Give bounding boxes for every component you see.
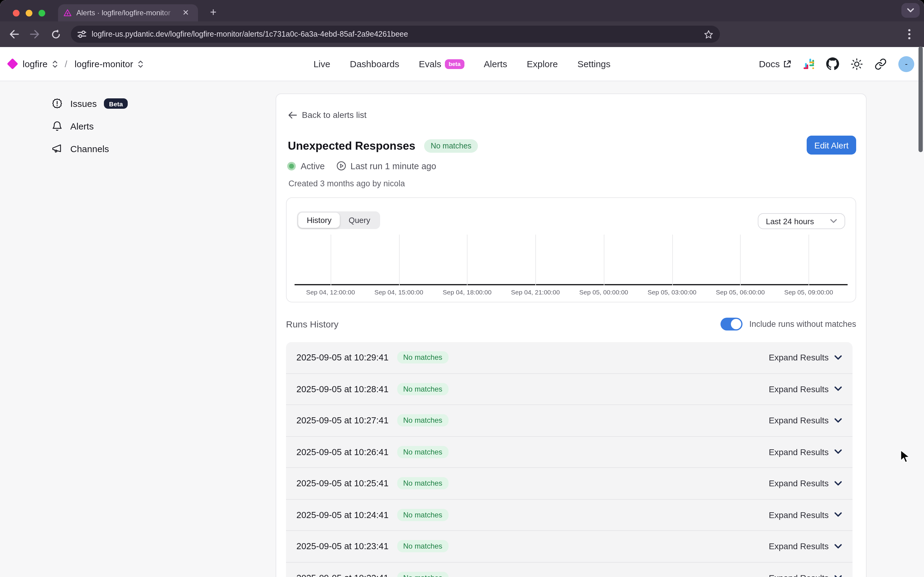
run-timestamp: 2025-09-05 at 10:24:41: [297, 510, 389, 520]
site-settings-icon[interactable]: [77, 30, 87, 39]
run-match-badge: No matches: [397, 446, 448, 458]
nav-item-live[interactable]: Live: [313, 59, 330, 69]
include-runs-toggle-label: Include runs without matches: [749, 319, 856, 329]
time-range-select[interactable]: Last 24 hours: [758, 213, 845, 229]
chevron-down-icon: [834, 512, 842, 518]
tab-history[interactable]: History: [298, 213, 340, 228]
slack-icon[interactable]: [803, 58, 814, 69]
run-match-badge: No matches: [397, 414, 448, 427]
browser-window: Alerts · logfire/logfire-monitor ✕ + log…: [0, 0, 924, 577]
sidebar-item-label: Channels: [70, 143, 109, 154]
chart-x-tick-label: Sep 04, 21:00:00: [511, 288, 560, 296]
tab-close-icon[interactable]: ✕: [180, 7, 191, 18]
tab-title: Alerts · logfire/logfire-monitor: [76, 8, 179, 17]
run-timestamp: 2025-09-05 at 10:25:41: [297, 479, 389, 488]
sidebar-item-issues[interactable]: Issues Beta: [51, 98, 128, 110]
browser-menu-button[interactable]: [902, 29, 917, 40]
chevron-down-icon: [834, 418, 842, 423]
chart-x-tick-label: Sep 05, 03:00:00: [647, 288, 697, 296]
expand-results-button[interactable]: Expand Results: [769, 384, 842, 394]
tab-query[interactable]: Query: [340, 213, 379, 228]
chevron-down-icon: [834, 544, 842, 549]
user-avatar[interactable]: -: [898, 56, 914, 72]
org-selector[interactable]: logfire: [23, 59, 48, 69]
zoom-window-button[interactable]: [39, 10, 45, 16]
nav-item-dashboards[interactable]: Dashboards: [350, 59, 399, 69]
expand-results-button[interactable]: Expand Results: [769, 447, 842, 457]
forward-button[interactable]: [24, 29, 45, 39]
org-selector-chevrons-icon[interactable]: [53, 60, 58, 68]
nav-item-label: Alerts: [484, 59, 507, 69]
chart-gridline: [672, 235, 672, 285]
run-timestamp: 2025-09-05 at 10:28:41: [297, 384, 389, 394]
chart-gridline: [399, 235, 399, 285]
expand-results-button[interactable]: Expand Results: [769, 573, 842, 577]
expand-results-button[interactable]: Expand Results: [769, 479, 842, 488]
window-controls[interactable]: [13, 10, 45, 16]
chart-x-tick-label: Sep 04, 18:00:00: [443, 288, 492, 296]
external-link-icon: [783, 60, 792, 68]
sidebar-item-channels[interactable]: Channels: [51, 143, 109, 155]
run-row: 2025-09-05 at 10:27:41 No matches Expand…: [286, 405, 853, 437]
chart-gridline: [604, 235, 605, 285]
nav-item-explore[interactable]: Explore: [527, 59, 558, 69]
browser-tab[interactable]: Alerts · logfire/logfire-monitor ✕: [58, 4, 198, 21]
share-link-icon[interactable]: [874, 58, 887, 70]
expand-results-button[interactable]: Expand Results: [769, 510, 842, 520]
chart-x-tick-labels: Sep 04, 12:00:00Sep 04, 15:00:00Sep 04, …: [295, 288, 848, 297]
chevron-down-icon: [834, 387, 842, 392]
browser-toolbar: logfire-us.pydantic.dev/logfire/logfire-…: [0, 21, 924, 47]
chevron-down-icon: [830, 219, 837, 224]
run-row: 2025-09-05 at 10:28:41 No matches Expand…: [286, 374, 853, 405]
expand-results-label: Expand Results: [769, 384, 829, 394]
docs-link[interactable]: Docs: [759, 59, 792, 69]
nav-item-settings[interactable]: Settings: [577, 59, 611, 69]
tab-search-button[interactable]: [901, 3, 920, 18]
chart-gridline: [808, 235, 809, 285]
page-scrollbar[interactable]: [919, 47, 923, 152]
project-selector[interactable]: logfire-monitor: [74, 59, 133, 69]
theme-sun-icon[interactable]: [851, 58, 863, 70]
expand-results-label: Expand Results: [769, 573, 829, 577]
run-row: 2025-09-05 at 10:29:41 No matches Expand…: [286, 342, 853, 374]
chart-x-tick-label: Sep 05, 00:00:00: [579, 288, 628, 296]
include-runs-toggle[interactable]: [721, 318, 742, 330]
back-button[interactable]: [4, 29, 24, 39]
history-query-tabs: History Query: [297, 211, 380, 229]
github-icon[interactable]: [826, 57, 839, 70]
expand-results-button[interactable]: Expand Results: [769, 416, 842, 425]
bookmark-star-icon[interactable]: [703, 29, 714, 39]
run-match-badge: No matches: [397, 509, 448, 521]
edit-alert-button[interactable]: Edit Alert: [807, 135, 856, 155]
seal-exclamation-icon: [51, 98, 63, 110]
run-timestamp: 2025-09-05 at 10:22:41: [297, 573, 389, 577]
run-timestamp: 2025-09-05 at 10:23:41: [297, 542, 389, 551]
url-text[interactable]: logfire-us.pydantic.dev/logfire/logfire-…: [92, 30, 703, 39]
megaphone-icon: [51, 143, 63, 155]
history-chart: [295, 235, 848, 285]
app-header: logfire / logfire-monitor LiveDashboards…: [0, 47, 924, 81]
back-to-alerts-link[interactable]: Back to alerts list: [288, 110, 367, 120]
nav-item-evals[interactable]: Evalsbeta: [419, 59, 464, 69]
mouse-cursor: [900, 450, 911, 464]
beta-badge: Beta: [104, 98, 128, 109]
run-timestamp: 2025-09-05 at 10:26:41: [297, 447, 389, 457]
close-window-button[interactable]: [13, 10, 19, 16]
header-actions: Docs -: [759, 56, 914, 72]
new-tab-button[interactable]: +: [205, 5, 221, 21]
sidebar-item-alerts[interactable]: Alerts: [51, 120, 94, 132]
reload-button[interactable]: [45, 29, 66, 39]
bell-icon: [51, 120, 63, 132]
sidebar-item-label: Alerts: [70, 121, 94, 131]
expand-results-label: Expand Results: [769, 479, 829, 488]
chevron-down-icon: [834, 575, 842, 577]
titlebar: Alerts · logfire/logfire-monitor ✕ +: [0, 0, 924, 21]
minimize-window-button[interactable]: [26, 10, 32, 16]
run-timestamp: 2025-09-05 at 10:29:41: [297, 353, 389, 363]
expand-results-button[interactable]: Expand Results: [769, 542, 842, 551]
address-bar[interactable]: logfire-us.pydantic.dev/logfire/logfire-…: [71, 26, 720, 43]
logfire-logo-icon: [7, 58, 18, 69]
expand-results-button[interactable]: Expand Results: [769, 353, 842, 363]
nav-item-alerts[interactable]: Alerts: [484, 59, 507, 69]
project-selector-chevrons-icon[interactable]: [138, 60, 143, 68]
